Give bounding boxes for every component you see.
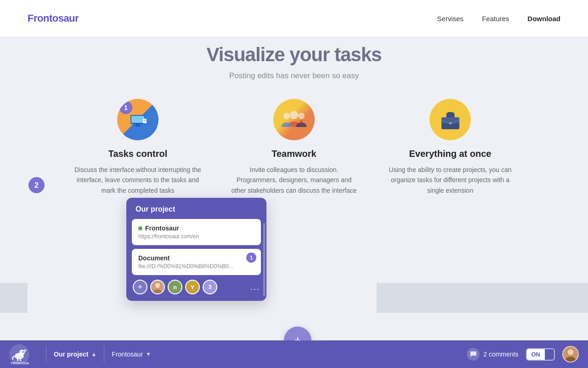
dot-green bbox=[138, 226, 142, 230]
nav-features[interactable]: Features bbox=[482, 15, 509, 23]
panel-header: Our project bbox=[126, 198, 266, 219]
bottom-right: 2 comments ON bbox=[467, 346, 579, 362]
team-icon bbox=[280, 106, 308, 133]
comments-label: 2 comments bbox=[483, 351, 518, 358]
feature-team-desc: Invite colleagues to discussion. Program… bbox=[230, 165, 358, 196]
comments-button[interactable]: 2 comments bbox=[467, 348, 518, 361]
svg-rect-3 bbox=[134, 126, 141, 126]
svg-point-28 bbox=[568, 349, 573, 355]
panel-item-document[interactable]: Document file:///D:/%D0%91%D0%B8%D0%B0..… bbox=[132, 249, 261, 275]
svg-point-10 bbox=[298, 113, 305, 119]
panel-scrollbar[interactable] bbox=[263, 223, 265, 296]
svg-rect-2 bbox=[136, 124, 140, 126]
fab-button[interactable]: + bbox=[284, 327, 311, 340]
avatar-count: 3 bbox=[203, 280, 217, 294]
svg-point-20 bbox=[19, 350, 25, 355]
svg-rect-13 bbox=[441, 117, 459, 123]
feature-team-icon-wrap bbox=[273, 99, 315, 140]
svg-rect-14 bbox=[447, 113, 454, 117]
bottom-project-selector[interactable]: Our project ▲ bbox=[54, 351, 96, 358]
toggle-off-label bbox=[545, 352, 554, 356]
avatar-letter-y: Y bbox=[185, 280, 200, 294]
feature-everything-title: Everything at once bbox=[409, 149, 492, 159]
comments-icon bbox=[467, 348, 480, 361]
user-avatar-image bbox=[563, 346, 578, 362]
svg-rect-1 bbox=[131, 116, 144, 123]
svg-rect-25 bbox=[20, 359, 21, 361]
panel-item-frontosaur-url: https://frontosaur.com/en bbox=[138, 233, 254, 240]
chat-bubble-icon bbox=[469, 351, 477, 358]
svg-point-8 bbox=[290, 111, 298, 119]
navbar-logo: Frontosaur bbox=[28, 12, 79, 24]
svg-point-17 bbox=[155, 283, 160, 288]
side-gray-left bbox=[0, 283, 28, 313]
bottom-divider bbox=[46, 346, 46, 362]
nav-download[interactable]: Download bbox=[527, 15, 560, 23]
bottom-page-chevron: ▼ bbox=[146, 351, 151, 357]
feature-everything-desc: Using the ability to create projects, yo… bbox=[386, 165, 514, 196]
panel-item-document-name: Document bbox=[138, 254, 254, 262]
side-gray-right bbox=[377, 283, 588, 313]
bottom-logo-icon: FRONTOSAUR bbox=[9, 344, 29, 364]
feature-teamwork: Teamwork Invite colleagues to discussion… bbox=[230, 99, 358, 196]
bottom-divider-2 bbox=[104, 346, 104, 362]
panel-items: Frontosaur https://frontosaur.com/en Doc… bbox=[126, 219, 266, 275]
features-row: 1 Tasks control Discuss the inter bbox=[0, 99, 588, 196]
feature-team-title: Teamwork bbox=[271, 149, 316, 159]
feature-everything-icon-wrap bbox=[430, 99, 471, 140]
main-content: Visualize your tasks Posting edits has n… bbox=[0, 0, 588, 340]
panel-item-frontosaur-name: Frontosaur bbox=[138, 224, 254, 232]
toggle-button[interactable]: ON bbox=[526, 348, 555, 361]
svg-point-9 bbox=[283, 113, 290, 119]
svg-rect-15 bbox=[449, 122, 452, 124]
hero-title: Visualize your tasks bbox=[0, 44, 588, 66]
step2-badge: 2 bbox=[28, 177, 45, 193]
navbar: Frontosaur Servises Features Download bbox=[0, 0, 588, 37]
feature-tasks-control: 1 Tasks control Discuss the inter bbox=[74, 99, 202, 196]
panel-item-frontosaur[interactable]: Frontosaur https://frontosaur.com/en bbox=[132, 219, 261, 245]
dots-menu[interactable]: ... bbox=[250, 282, 260, 292]
bottom-page-selector[interactable]: Frontosaur ▼ bbox=[112, 351, 151, 358]
toggle-on-label: ON bbox=[527, 349, 545, 360]
bottom-page-label: Frontosaur bbox=[112, 351, 143, 358]
avatar-user-1 bbox=[150, 280, 165, 294]
hero-subtitle: Posting edits has never been so easy bbox=[0, 71, 588, 80]
briefcase-icon bbox=[438, 107, 463, 132]
svg-point-23 bbox=[23, 351, 24, 353]
feature-tasks-icon-wrap: 1 bbox=[117, 99, 158, 140]
feature-everything: Everything at once Using the ability to … bbox=[386, 99, 514, 196]
chat-badge: 1 bbox=[246, 253, 256, 263]
svg-rect-24 bbox=[17, 359, 18, 361]
bottom-bar: FRONTOSAUR Our project ▲ Frontosaur ▼ 2 … bbox=[0, 340, 588, 368]
feature-tasks-title: Tasks control bbox=[108, 149, 168, 159]
feature-badge-1: 1 bbox=[119, 101, 132, 114]
panel-avatars: + n Y 3 ... bbox=[126, 275, 266, 296]
avatar-add-button[interactable]: + bbox=[133, 280, 147, 294]
feature-tasks-desc: Discuss the interface without interrupti… bbox=[74, 165, 202, 196]
svg-text:FRONTOSAUR: FRONTOSAUR bbox=[11, 362, 29, 364]
bottom-project-label: Our project bbox=[54, 351, 88, 358]
avatar-letter-n: n bbox=[168, 280, 182, 294]
nav-servises[interactable]: Servises bbox=[437, 15, 464, 23]
panel-card: Our project Frontosaur https://frontosau… bbox=[126, 198, 266, 301]
panel-header-title: Our project bbox=[136, 205, 257, 213]
panel-item-document-url: file:///D:/%D0%91%D0%B8%D0%B0... bbox=[138, 263, 254, 270]
bottom-user-avatar[interactable] bbox=[562, 346, 579, 362]
navbar-links: Servises Features Download bbox=[437, 15, 560, 23]
bottom-logo: FRONTOSAUR bbox=[9, 344, 29, 364]
bottom-project-chevron: ▲ bbox=[91, 351, 96, 357]
